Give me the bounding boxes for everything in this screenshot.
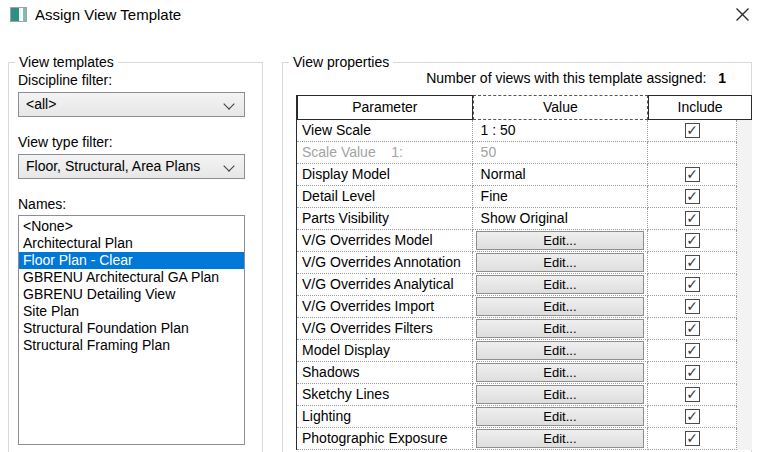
- scrollbar-track[interactable]: [737, 164, 752, 186]
- list-item[interactable]: GBRENU Detailing View: [19, 286, 244, 303]
- value-cell: Edit...: [473, 362, 649, 384]
- include-checkbox[interactable]: ✓: [685, 365, 700, 380]
- value-cell[interactable]: Fine: [473, 186, 649, 208]
- parameter-cell: View Scale: [297, 120, 473, 142]
- include-cell: ✓: [648, 428, 737, 450]
- scrollbar-track[interactable]: [737, 142, 752, 164]
- names-label: Names:: [18, 196, 66, 212]
- view-templates-group-label: View templates: [15, 54, 118, 70]
- edit-button[interactable]: Edit...: [476, 319, 644, 338]
- scrollbar-track[interactable]: [737, 230, 752, 252]
- table-row: V/G Overrides ImportEdit...✓: [297, 296, 752, 318]
- title-bar: Assign View Template: [0, 0, 760, 30]
- value-cell[interactable]: Show Original: [473, 208, 649, 230]
- scrollbar-track[interactable]: [737, 252, 752, 274]
- include-checkbox[interactable]: ✓: [685, 211, 700, 226]
- include-checkbox[interactable]: ✓: [685, 277, 700, 292]
- include-checkbox[interactable]: ✓: [685, 189, 700, 204]
- edit-button[interactable]: Edit...: [476, 363, 644, 382]
- names-listbox[interactable]: <None>Architectural PlanFloor Plan - Cle…: [18, 215, 245, 445]
- assigned-count-line: Number of views with this template assig…: [300, 70, 726, 86]
- view-type-filter-label: View type filter:: [18, 134, 113, 150]
- assigned-count-label: Number of views with this template assig…: [426, 70, 706, 86]
- column-header-value[interactable]: Value: [473, 95, 649, 120]
- list-item[interactable]: GBRENU Architectural GA Plan: [19, 269, 244, 286]
- column-header-parameter[interactable]: Parameter: [297, 95, 473, 120]
- edit-button[interactable]: Edit...: [476, 385, 644, 404]
- scrollbar-track[interactable]: [737, 318, 752, 340]
- edit-button[interactable]: Edit...: [476, 429, 644, 448]
- include-cell: ✓: [648, 406, 737, 428]
- table-row: ShadowsEdit...✓: [297, 362, 752, 384]
- scrollbar-track[interactable]: [737, 296, 752, 318]
- include-checkbox[interactable]: ✓: [685, 387, 700, 402]
- view-type-filter-dropdown[interactable]: Floor, Structural, Area Plans: [18, 154, 245, 179]
- list-item[interactable]: Floor Plan - Clear: [19, 252, 244, 269]
- include-checkbox[interactable]: ✓: [685, 167, 700, 182]
- table-row: Parts VisibilityShow Original✓: [297, 208, 752, 230]
- include-cell: ✓: [648, 384, 737, 406]
- include-checkbox[interactable]: ✓: [685, 255, 700, 270]
- include-checkbox[interactable]: ✓: [685, 409, 700, 424]
- list-item[interactable]: Structural Foundation Plan: [19, 320, 244, 337]
- table-row: Display ModelNormal✓: [297, 164, 752, 186]
- edit-button[interactable]: Edit...: [476, 231, 644, 250]
- scrollbar-track[interactable]: [737, 340, 752, 362]
- list-item[interactable]: Architectural Plan: [19, 235, 244, 252]
- parameter-cell: V/G Overrides Analytical: [297, 274, 473, 296]
- edit-button[interactable]: Edit...: [476, 407, 644, 426]
- include-checkbox[interactable]: ✓: [685, 233, 700, 248]
- include-cell: ✓: [648, 164, 737, 186]
- edit-button[interactable]: Edit...: [476, 297, 644, 316]
- include-checkbox[interactable]: ✓: [685, 123, 700, 138]
- close-button[interactable]: [724, 0, 760, 28]
- scrollbar-track[interactable]: [737, 186, 752, 208]
- value-cell: Edit...: [473, 230, 649, 252]
- scrollbar-track[interactable]: [737, 120, 752, 142]
- value-cell[interactable]: Normal: [473, 164, 649, 186]
- discipline-filter-dropdown[interactable]: <all>: [18, 92, 245, 117]
- table-row: Model DisplayEdit...✓: [297, 340, 752, 362]
- scrollbar-track[interactable]: [737, 384, 752, 406]
- edit-button[interactable]: Edit...: [476, 275, 644, 294]
- table-row: View Scale1 : 50✓: [297, 120, 752, 142]
- list-item[interactable]: <None>: [19, 218, 244, 235]
- scrollbar-track[interactable]: [737, 428, 752, 450]
- edit-button[interactable]: Edit...: [476, 253, 644, 272]
- parameter-cell: V/G Overrides Import: [297, 296, 473, 318]
- parameter-cell: Model Display: [297, 340, 473, 362]
- scrollbar-track[interactable]: [737, 274, 752, 296]
- table-row: V/G Overrides AnalyticalEdit...✓: [297, 274, 752, 296]
- include-checkbox[interactable]: ✓: [685, 321, 700, 336]
- include-checkbox[interactable]: ✓: [685, 431, 700, 446]
- scrollbar-track[interactable]: [737, 362, 752, 384]
- discipline-filter-label: Discipline filter:: [18, 72, 112, 88]
- include-cell: ✓: [648, 340, 737, 362]
- list-item[interactable]: Site Plan: [19, 303, 244, 320]
- include-cell: [648, 142, 737, 164]
- parameter-cell: Detail Level: [297, 186, 473, 208]
- properties-table: Parameter Value Include View Scale1 : 50…: [296, 95, 752, 450]
- value-cell: Edit...: [473, 318, 649, 340]
- value-cell: Edit...: [473, 296, 649, 318]
- parameter-cell: Sketchy Lines: [297, 384, 473, 406]
- include-cell: ✓: [648, 120, 737, 142]
- scrollbar-track[interactable]: [737, 208, 752, 230]
- value-cell: Edit...: [473, 384, 649, 406]
- discipline-filter-value: <all>: [26, 96, 56, 112]
- view-template-icon: [10, 7, 27, 22]
- scrollbar-track[interactable]: [737, 406, 752, 428]
- assigned-count-value: 1: [718, 70, 726, 86]
- close-icon: [735, 7, 750, 22]
- edit-button[interactable]: Edit...: [476, 341, 644, 360]
- parameter-cell: Scale Value 1:: [297, 142, 473, 164]
- value-cell: Edit...: [473, 340, 649, 362]
- table-row: V/G Overrides ModelEdit...✓: [297, 230, 752, 252]
- include-cell: ✓: [648, 362, 737, 384]
- column-header-include[interactable]: Include: [648, 95, 752, 120]
- include-checkbox[interactable]: ✓: [685, 299, 700, 314]
- list-item[interactable]: Structural Framing Plan: [19, 337, 244, 354]
- value-cell[interactable]: 1 : 50: [473, 120, 649, 142]
- include-checkbox[interactable]: ✓: [685, 343, 700, 358]
- view-properties-group-label: View properties: [289, 54, 393, 70]
